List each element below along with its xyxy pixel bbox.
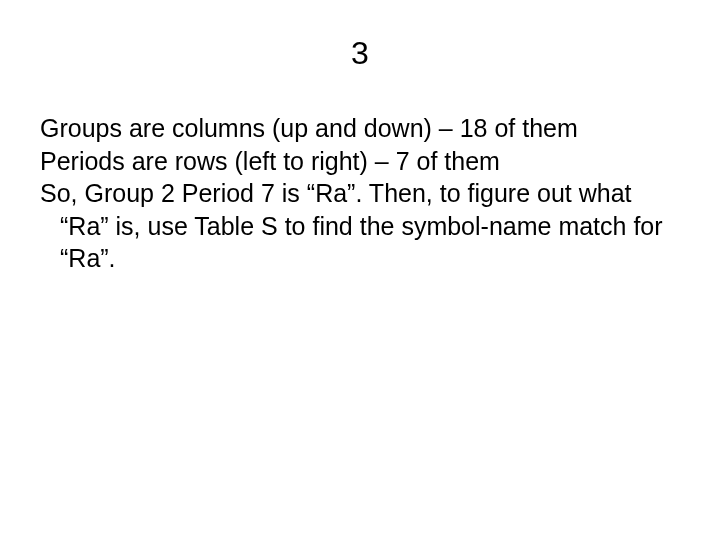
body-paragraph: So, Group 2 Period 7 is “Ra”. Then, to f… bbox=[40, 177, 680, 275]
body-paragraph: Groups are columns (up and down) – 18 of… bbox=[40, 112, 680, 145]
slide-body: Groups are columns (up and down) – 18 of… bbox=[40, 112, 680, 275]
slide-container: 3 Groups are columns (up and down) – 18 … bbox=[0, 0, 720, 540]
body-paragraph: Periods are rows (left to right) – 7 of … bbox=[40, 145, 680, 178]
slide-title: 3 bbox=[40, 35, 680, 72]
